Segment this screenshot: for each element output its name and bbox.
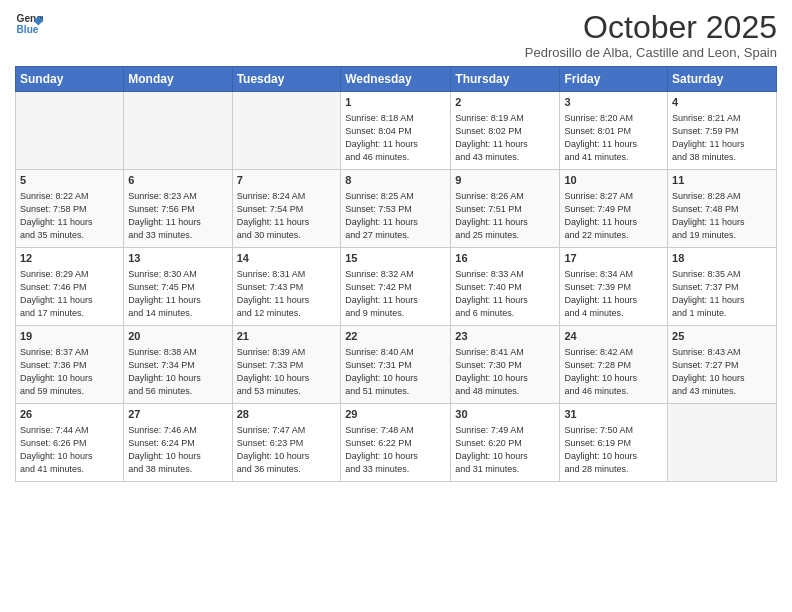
day-number: 16 xyxy=(455,251,555,266)
day-number: 14 xyxy=(237,251,337,266)
day-info: Sunrise: 8:41 AM Sunset: 7:30 PM Dayligh… xyxy=(455,346,555,398)
day-info: Sunrise: 8:24 AM Sunset: 7:54 PM Dayligh… xyxy=(237,190,337,242)
calendar-cell: 2Sunrise: 8:19 AM Sunset: 8:02 PM Daylig… xyxy=(451,92,560,170)
weekday-header-row: SundayMondayTuesdayWednesdayThursdayFrid… xyxy=(16,67,777,92)
day-info: Sunrise: 8:42 AM Sunset: 7:28 PM Dayligh… xyxy=(564,346,663,398)
day-info: Sunrise: 8:27 AM Sunset: 7:49 PM Dayligh… xyxy=(564,190,663,242)
weekday-header-saturday: Saturday xyxy=(668,67,777,92)
day-number: 13 xyxy=(128,251,227,266)
day-info: Sunrise: 8:43 AM Sunset: 7:27 PM Dayligh… xyxy=(672,346,772,398)
day-number: 24 xyxy=(564,329,663,344)
calendar-week-2: 12Sunrise: 8:29 AM Sunset: 7:46 PM Dayli… xyxy=(16,248,777,326)
calendar-cell: 10Sunrise: 8:27 AM Sunset: 7:49 PM Dayli… xyxy=(560,170,668,248)
calendar-cell: 5Sunrise: 8:22 AM Sunset: 7:58 PM Daylig… xyxy=(16,170,124,248)
day-number: 12 xyxy=(20,251,119,266)
day-info: Sunrise: 7:46 AM Sunset: 6:24 PM Dayligh… xyxy=(128,424,227,476)
weekday-header-friday: Friday xyxy=(560,67,668,92)
day-number: 1 xyxy=(345,95,446,110)
day-info: Sunrise: 8:40 AM Sunset: 7:31 PM Dayligh… xyxy=(345,346,446,398)
day-info: Sunrise: 8:29 AM Sunset: 7:46 PM Dayligh… xyxy=(20,268,119,320)
calendar-cell: 25Sunrise: 8:43 AM Sunset: 7:27 PM Dayli… xyxy=(668,326,777,404)
day-info: Sunrise: 8:39 AM Sunset: 7:33 PM Dayligh… xyxy=(237,346,337,398)
day-info: Sunrise: 8:33 AM Sunset: 7:40 PM Dayligh… xyxy=(455,268,555,320)
day-number: 28 xyxy=(237,407,337,422)
day-info: Sunrise: 8:32 AM Sunset: 7:42 PM Dayligh… xyxy=(345,268,446,320)
day-number: 6 xyxy=(128,173,227,188)
location-subtitle: Pedrosillo de Alba, Castille and Leon, S… xyxy=(525,45,777,60)
day-info: Sunrise: 8:26 AM Sunset: 7:51 PM Dayligh… xyxy=(455,190,555,242)
day-info: Sunrise: 8:31 AM Sunset: 7:43 PM Dayligh… xyxy=(237,268,337,320)
calendar-cell: 13Sunrise: 8:30 AM Sunset: 7:45 PM Dayli… xyxy=(124,248,232,326)
day-number: 8 xyxy=(345,173,446,188)
day-number: 21 xyxy=(237,329,337,344)
day-info: Sunrise: 8:30 AM Sunset: 7:45 PM Dayligh… xyxy=(128,268,227,320)
calendar-cell: 21Sunrise: 8:39 AM Sunset: 7:33 PM Dayli… xyxy=(232,326,341,404)
calendar-cell: 4Sunrise: 8:21 AM Sunset: 7:59 PM Daylig… xyxy=(668,92,777,170)
weekday-header-wednesday: Wednesday xyxy=(341,67,451,92)
day-number: 11 xyxy=(672,173,772,188)
day-number: 5 xyxy=(20,173,119,188)
calendar-cell: 31Sunrise: 7:50 AM Sunset: 6:19 PM Dayli… xyxy=(560,404,668,482)
day-number: 9 xyxy=(455,173,555,188)
calendar-cell: 29Sunrise: 7:48 AM Sunset: 6:22 PM Dayli… xyxy=(341,404,451,482)
calendar-cell: 15Sunrise: 8:32 AM Sunset: 7:42 PM Dayli… xyxy=(341,248,451,326)
calendar-cell: 23Sunrise: 8:41 AM Sunset: 7:30 PM Dayli… xyxy=(451,326,560,404)
day-number: 4 xyxy=(672,95,772,110)
svg-text:Blue: Blue xyxy=(17,24,39,35)
calendar-cell: 24Sunrise: 8:42 AM Sunset: 7:28 PM Dayli… xyxy=(560,326,668,404)
day-number: 27 xyxy=(128,407,227,422)
calendar-week-3: 19Sunrise: 8:37 AM Sunset: 7:36 PM Dayli… xyxy=(16,326,777,404)
calendar-cell xyxy=(668,404,777,482)
calendar-week-1: 5Sunrise: 8:22 AM Sunset: 7:58 PM Daylig… xyxy=(16,170,777,248)
day-info: Sunrise: 8:38 AM Sunset: 7:34 PM Dayligh… xyxy=(128,346,227,398)
day-number: 26 xyxy=(20,407,119,422)
day-number: 31 xyxy=(564,407,663,422)
calendar-table: SundayMondayTuesdayWednesdayThursdayFrid… xyxy=(15,66,777,482)
calendar-cell: 1Sunrise: 8:18 AM Sunset: 8:04 PM Daylig… xyxy=(341,92,451,170)
day-number: 7 xyxy=(237,173,337,188)
day-number: 10 xyxy=(564,173,663,188)
day-info: Sunrise: 8:25 AM Sunset: 7:53 PM Dayligh… xyxy=(345,190,446,242)
calendar-cell: 12Sunrise: 8:29 AM Sunset: 7:46 PM Dayli… xyxy=(16,248,124,326)
weekday-header-sunday: Sunday xyxy=(16,67,124,92)
calendar-cell xyxy=(16,92,124,170)
calendar-cell: 26Sunrise: 7:44 AM Sunset: 6:26 PM Dayli… xyxy=(16,404,124,482)
day-info: Sunrise: 7:48 AM Sunset: 6:22 PM Dayligh… xyxy=(345,424,446,476)
calendar-cell: 9Sunrise: 8:26 AM Sunset: 7:51 PM Daylig… xyxy=(451,170,560,248)
day-info: Sunrise: 8:23 AM Sunset: 7:56 PM Dayligh… xyxy=(128,190,227,242)
calendar-week-0: 1Sunrise: 8:18 AM Sunset: 8:04 PM Daylig… xyxy=(16,92,777,170)
day-info: Sunrise: 8:34 AM Sunset: 7:39 PM Dayligh… xyxy=(564,268,663,320)
calendar-cell: 11Sunrise: 8:28 AM Sunset: 7:48 PM Dayli… xyxy=(668,170,777,248)
calendar-cell: 27Sunrise: 7:46 AM Sunset: 6:24 PM Dayli… xyxy=(124,404,232,482)
calendar-cell: 7Sunrise: 8:24 AM Sunset: 7:54 PM Daylig… xyxy=(232,170,341,248)
calendar-cell: 19Sunrise: 8:37 AM Sunset: 7:36 PM Dayli… xyxy=(16,326,124,404)
calendar-cell: 18Sunrise: 8:35 AM Sunset: 7:37 PM Dayli… xyxy=(668,248,777,326)
weekday-header-thursday: Thursday xyxy=(451,67,560,92)
month-title: October 2025 xyxy=(525,10,777,45)
day-number: 20 xyxy=(128,329,227,344)
calendar-cell: 28Sunrise: 7:47 AM Sunset: 6:23 PM Dayli… xyxy=(232,404,341,482)
calendar-cell xyxy=(232,92,341,170)
calendar-week-4: 26Sunrise: 7:44 AM Sunset: 6:26 PM Dayli… xyxy=(16,404,777,482)
calendar-cell: 20Sunrise: 8:38 AM Sunset: 7:34 PM Dayli… xyxy=(124,326,232,404)
logo-icon: General Blue xyxy=(15,10,43,38)
day-number: 25 xyxy=(672,329,772,344)
day-number: 30 xyxy=(455,407,555,422)
page: General Blue October 2025 Pedrosillo de … xyxy=(0,0,792,612)
day-info: Sunrise: 8:22 AM Sunset: 7:58 PM Dayligh… xyxy=(20,190,119,242)
day-info: Sunrise: 8:28 AM Sunset: 7:48 PM Dayligh… xyxy=(672,190,772,242)
day-info: Sunrise: 7:44 AM Sunset: 6:26 PM Dayligh… xyxy=(20,424,119,476)
weekday-header-tuesday: Tuesday xyxy=(232,67,341,92)
day-info: Sunrise: 8:35 AM Sunset: 7:37 PM Dayligh… xyxy=(672,268,772,320)
day-info: Sunrise: 8:20 AM Sunset: 8:01 PM Dayligh… xyxy=(564,112,663,164)
day-number: 19 xyxy=(20,329,119,344)
calendar-cell: 8Sunrise: 8:25 AM Sunset: 7:53 PM Daylig… xyxy=(341,170,451,248)
day-info: Sunrise: 7:49 AM Sunset: 6:20 PM Dayligh… xyxy=(455,424,555,476)
calendar-cell: 16Sunrise: 8:33 AM Sunset: 7:40 PM Dayli… xyxy=(451,248,560,326)
day-info: Sunrise: 7:50 AM Sunset: 6:19 PM Dayligh… xyxy=(564,424,663,476)
calendar-cell: 22Sunrise: 8:40 AM Sunset: 7:31 PM Dayli… xyxy=(341,326,451,404)
day-number: 22 xyxy=(345,329,446,344)
title-block: October 2025 Pedrosillo de Alba, Castill… xyxy=(525,10,777,60)
day-number: 3 xyxy=(564,95,663,110)
day-info: Sunrise: 8:21 AM Sunset: 7:59 PM Dayligh… xyxy=(672,112,772,164)
